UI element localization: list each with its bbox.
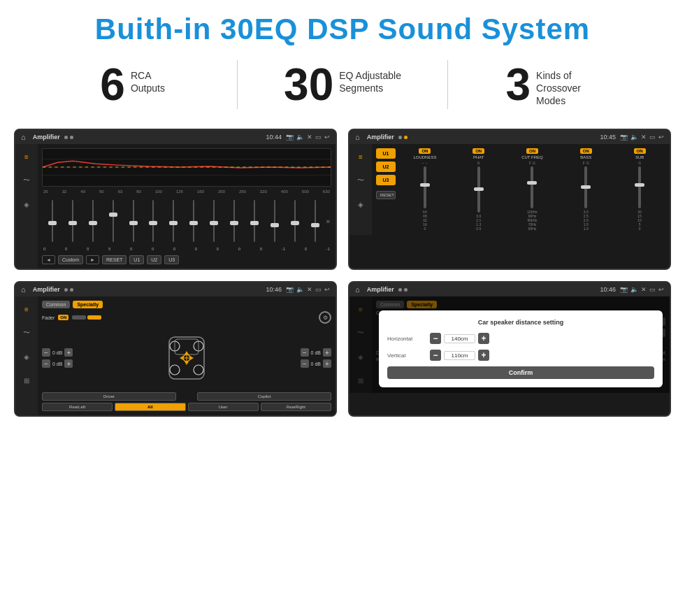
sidebar-eq-icon[interactable]: ≡ xyxy=(20,150,34,164)
right-db2-minus[interactable]: − xyxy=(301,359,309,368)
driver-btn[interactable]: Driver xyxy=(42,392,176,401)
fader-back-icon[interactable]: ↩ xyxy=(324,286,330,293)
fader-sidebar-eq-icon[interactable]: ≡ xyxy=(20,302,34,316)
cx-u1-btn[interactable]: U1 xyxy=(376,148,396,159)
slider-9[interactable] xyxy=(205,196,223,245)
cx-sub-slider[interactable] xyxy=(638,166,641,208)
dist-back-icon[interactable]: ↩ xyxy=(658,286,664,293)
fader-sidebar-sound-icon[interactable]: ◈ xyxy=(20,350,34,364)
reset-button[interactable]: RESET xyxy=(102,255,127,264)
slider-14[interactable] xyxy=(306,196,324,245)
stat-crossover: 3 Kinds ofCrossover Modes xyxy=(462,62,643,108)
user-btn[interactable]: User xyxy=(188,403,259,411)
right-db2-plus[interactable]: + xyxy=(323,359,331,368)
cx-sub-on[interactable]: ON xyxy=(634,148,646,154)
slider-7[interactable] xyxy=(164,196,182,245)
cx-cutfreq-val: 100Hz90Hz80kHz70Hz60Hz xyxy=(527,210,537,231)
slider-4[interactable] xyxy=(104,196,122,245)
dist-sidebar-eq-icon[interactable]: ≡ xyxy=(354,302,368,316)
rearright-btn[interactable]: RearRight xyxy=(261,403,331,411)
cx-phat-on[interactable]: ON xyxy=(473,148,484,154)
sidebar-wave-icon[interactable]: 〜 xyxy=(20,173,34,187)
copilot-btn[interactable]: Copilot xyxy=(197,392,331,401)
fader-close-icon[interactable]: ✕ xyxy=(307,286,312,293)
slider-11[interactable] xyxy=(245,196,264,245)
specialty-tab[interactable]: Specialty xyxy=(73,301,103,308)
dist-close-icon[interactable]: ✕ xyxy=(641,286,647,293)
cx-sidebar-sound-icon[interactable]: ◈ xyxy=(354,197,368,211)
svg-marker-16 xyxy=(190,356,194,360)
play-button[interactable]: ► xyxy=(86,255,99,264)
vertical-minus[interactable]: − xyxy=(430,350,441,361)
cx-sidebar-eq-icon[interactable]: ≡ xyxy=(354,150,368,164)
fader-minimize-icon[interactable]: ▭ xyxy=(315,286,322,293)
sidebar-sound-icon[interactable]: ◈ xyxy=(20,197,34,211)
left-db2-plus[interactable]: + xyxy=(64,359,73,368)
u2-button[interactable]: U2 xyxy=(147,255,161,264)
dist-sidebar-expand-icon[interactable]: ⊞ xyxy=(354,373,368,387)
all-btn[interactable]: All xyxy=(115,403,185,411)
left-db1-plus[interactable]: + xyxy=(64,348,73,357)
cx-content: U1 U2 U3 RESET ON LOUDNESS ~ ~ xyxy=(376,148,665,231)
cx-camera-icon: 📷 xyxy=(620,134,628,141)
slider-1[interactable] xyxy=(43,196,62,245)
u1-button[interactable]: U1 xyxy=(129,255,144,264)
cx-sidebar-wave-icon[interactable]: 〜 xyxy=(354,173,368,187)
fader-home-icon[interactable]: ⌂ xyxy=(21,285,26,294)
horizontal-value: 140cm xyxy=(444,334,475,343)
fader-on-badge[interactable]: ON xyxy=(58,315,68,320)
left-db1-minus[interactable]: − xyxy=(42,348,50,357)
slider-6[interactable] xyxy=(144,196,162,245)
rearleft-btn[interactable]: RearLeft xyxy=(42,403,113,411)
cx-presets: U1 U2 U3 RESET xyxy=(376,148,396,231)
slider-3[interactable] xyxy=(84,196,102,245)
horizontal-minus[interactable]: − xyxy=(430,333,441,344)
prev-button[interactable]: ◄ xyxy=(42,255,55,264)
cx-cutfreq-on[interactable]: ON xyxy=(526,148,538,154)
right-db1-plus[interactable]: + xyxy=(323,348,331,357)
cx-u2-btn[interactable]: U2 xyxy=(376,162,396,172)
confirm-button[interactable]: Confirm xyxy=(387,366,654,379)
slider-12[interactable] xyxy=(266,196,284,245)
cx-reset-btn[interactable]: RESET xyxy=(376,191,396,199)
slider-10[interactable] xyxy=(225,196,243,245)
common-tab[interactable]: Common xyxy=(42,301,70,308)
home-icon[interactable]: ⌂ xyxy=(21,133,26,141)
cx-minimize-icon[interactable]: ▭ xyxy=(649,134,656,141)
cx-cutfreq-slider[interactable] xyxy=(531,166,533,208)
horizontal-plus[interactable]: + xyxy=(478,333,489,344)
cx-home-icon[interactable]: ⌂ xyxy=(355,133,360,141)
cx-loudness-slider[interactable] xyxy=(424,166,426,208)
cx-phat-col: ON PHAT G 3.02.11.30.5 xyxy=(453,148,505,231)
dist-sidebar-sound-icon[interactable]: ◈ xyxy=(354,350,368,364)
slider-13[interactable] xyxy=(286,196,304,245)
expand-icon[interactable]: » xyxy=(326,217,330,225)
cx-phat-slider[interactable] xyxy=(477,166,480,213)
settings-icon[interactable]: ⚙ xyxy=(319,311,331,324)
left-db2-minus[interactable]: − xyxy=(42,359,50,368)
fader-sidebar-wave-icon[interactable]: 〜 xyxy=(20,326,34,340)
cx-close-icon[interactable]: ✕ xyxy=(641,134,647,141)
dist-sidebar-wave-icon[interactable]: 〜 xyxy=(354,326,368,340)
cx-loudness-on[interactable]: ON xyxy=(419,148,431,154)
cx-cutfreq-label: CUT FREQ xyxy=(521,155,543,159)
fader-sidebar-expand-icon[interactable]: ⊞ xyxy=(20,373,34,387)
dist-sidebar: ≡ 〜 ◈ ⊞ xyxy=(349,296,372,393)
cx-sub-label: SUB xyxy=(635,155,644,159)
slider-8[interactable] xyxy=(185,196,203,245)
slider-2[interactable] xyxy=(64,196,82,245)
slider-5[interactable] xyxy=(124,196,143,245)
vertical-plus[interactable]: + xyxy=(478,350,489,361)
eq-bottom-bar: ◄ Custom ► RESET U1 U2 U3 xyxy=(42,255,331,264)
cx-bass-slider[interactable] xyxy=(584,166,587,208)
u3-button[interactable]: U3 xyxy=(164,255,179,264)
cx-back-icon[interactable]: ↩ xyxy=(658,134,664,141)
minimize-icon[interactable]: ▭ xyxy=(315,134,322,141)
cx-bass-on[interactable]: ON xyxy=(580,148,592,154)
close-icon[interactable]: ✕ xyxy=(307,134,312,141)
cx-u3-btn[interactable]: U3 xyxy=(376,175,396,185)
dist-minimize-icon[interactable]: ▭ xyxy=(649,286,656,293)
back-icon[interactable]: ↩ xyxy=(324,134,330,141)
right-db1-minus[interactable]: − xyxy=(301,348,309,357)
dist-home-icon[interactable]: ⌂ xyxy=(355,285,360,294)
